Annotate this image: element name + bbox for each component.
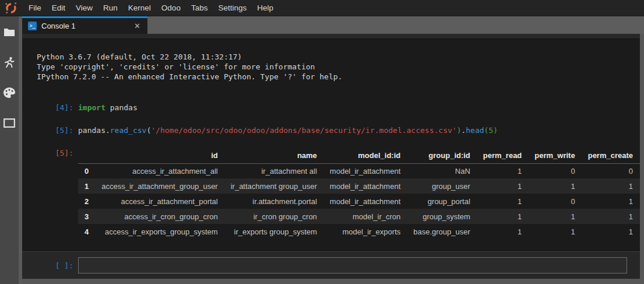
menu-tabs[interactable]: Tabs (186, 0, 213, 16)
cell: model_ir_attachment (323, 163, 407, 178)
cell: access_ir_cron_group_cron (95, 209, 224, 224)
tab-label: Console 1 (41, 22, 133, 30)
in-prompt-4: [4]: (22, 103, 73, 113)
menu-odoo[interactable]: Odoo (156, 0, 186, 16)
cell: ir_cron group_cron (224, 209, 323, 224)
code-cell-5: [5]: pandas.read_csv('/home/odoo/src/odo… (22, 125, 640, 135)
cell: model_ir_cron (323, 209, 407, 224)
cell: base.group_user (407, 224, 477, 239)
cell: access_ir_attachment_portal (95, 194, 224, 209)
cell: group_portal (407, 194, 477, 209)
code-cell-4: [4]: import pandas (22, 103, 640, 113)
cell: 1 (477, 194, 528, 209)
cell: group_user (407, 178, 477, 194)
col-header: perm_create (582, 148, 639, 163)
cell: NaN (407, 163, 477, 178)
console-panel: Python 3.6.7 (default, Oct 22 2018, 11:3… (22, 34, 640, 284)
row-index: 0 (78, 163, 95, 178)
in-prompt-5: [5]: (22, 125, 73, 135)
cell: model_ir_attachment (323, 178, 407, 194)
col-header: id (95, 148, 224, 163)
col-header: perm_write (528, 148, 581, 163)
console-input-area: [ ]: (22, 251, 640, 279)
cell: 1 (528, 178, 581, 194)
cell: ir_exports group_system (224, 224, 323, 239)
cell: model_ir_exports (323, 224, 407, 239)
col-header: model_id:id (323, 148, 407, 163)
right-scrollbar-track (640, 34, 644, 284)
open-tabs-icon[interactable] (3, 117, 16, 129)
cell: access_ir_exports_group_system (95, 224, 224, 239)
cell: 1 (477, 209, 528, 224)
table-row: 4 access_ir_exports_group_system ir_expo… (78, 224, 640, 239)
cell: access_ir_attachment_group_user (95, 178, 224, 194)
table-row: 3 access_ir_cron_group_cron ir_cron grou… (78, 209, 640, 224)
console-history: Python 3.6.7 (default, Oct 22 2018, 11:3… (22, 39, 640, 251)
cell: 1 (582, 209, 639, 224)
kernel-banner: Python 3.6.7 (default, Oct 22 2018, 11:3… (37, 52, 640, 82)
menu-file[interactable]: File (23, 0, 47, 16)
menu-help[interactable]: Help (252, 0, 279, 16)
app-frame: >_ Console 1 ✕ Python 3.6.7 (default, Oc… (0, 16, 644, 284)
cell: 0 (528, 163, 581, 178)
tab-bar: >_ Console 1 ✕ (22, 16, 644, 34)
cell: access_ir_attachment_all (95, 163, 224, 178)
row-index: 4 (78, 224, 95, 239)
empty-in-prompt: [ ]: (22, 261, 73, 270)
left-sidebar (0, 16, 19, 284)
menu-view[interactable]: View (71, 0, 98, 16)
table-row: 2 access_ir_attachment_portal ir.attachm… (78, 194, 640, 209)
menu-settings[interactable]: Settings (213, 0, 252, 16)
row-index: 3 (78, 209, 95, 224)
cell: 1 (582, 178, 639, 194)
console-toolbar (22, 34, 640, 39)
main-area: >_ Console 1 ✕ Python 3.6.7 (default, Oc… (22, 16, 644, 284)
output-cell-5: [5]: id name model_id:id group_id:id per… (22, 148, 640, 239)
col-header: name (224, 148, 323, 163)
cell: 1 (528, 209, 581, 224)
menu-edit[interactable]: Edit (47, 0, 71, 16)
cell: 0 (582, 163, 639, 178)
table-row: 1 access_ir_attachment_group_user ir_att… (78, 178, 640, 194)
out-prompt-5: [5]: (22, 148, 73, 239)
cell: ir_attachment group_user (224, 178, 323, 194)
code-line: pandas.read_csv('/home/odoo/src/odoo/odo… (78, 125, 498, 135)
row-index: 1 (78, 178, 95, 194)
cell: 1 (528, 224, 581, 239)
running-sessions-icon[interactable] (3, 56, 16, 69)
table-header-row: id name model_id:id group_id:id perm_rea… (78, 148, 640, 163)
bottom-scrollbar-track (22, 279, 640, 284)
cell: ir.attachment.portal (224, 194, 323, 209)
cell: 1 (582, 224, 639, 239)
index-header (78, 148, 95, 163)
menu-run[interactable]: Run (98, 0, 123, 16)
console-code-input[interactable] (78, 257, 627, 274)
table-row: 0 access_ir_attachment_all ir_attachment… (78, 163, 640, 178)
code-line: import pandas (78, 103, 138, 113)
menu-bar: File Edit View Run Kernel Odoo Tabs Sett… (0, 0, 644, 16)
cell: model_ir_attachment (323, 194, 407, 209)
file-browser-icon[interactable] (3, 26, 16, 38)
cell: ir_attachment all (224, 163, 323, 178)
tab-console-1[interactable]: >_ Console 1 ✕ (22, 16, 147, 34)
console-terminal-icon: >_ (28, 22, 37, 30)
col-header: perm_read (477, 148, 528, 163)
panel-body: Python 3.6.7 (default, Oct 22 2018, 11:3… (22, 34, 644, 284)
jupyter-spinner-logo-icon (5, 2, 17, 15)
row-index: 2 (78, 194, 95, 209)
cell: 1 (477, 163, 528, 178)
menu-kernel[interactable]: Kernel (123, 0, 156, 16)
cell: 1 (477, 224, 528, 239)
dataframe-table: id name model_id:id group_id:id perm_rea… (78, 148, 640, 239)
cell: group_system (407, 209, 477, 224)
col-header: group_id:id (407, 148, 477, 163)
cell: 0 (528, 194, 581, 209)
cell: 1 (477, 178, 528, 194)
cell: 1 (582, 194, 639, 209)
tab-close-icon[interactable]: ✕ (133, 22, 142, 30)
command-palette-icon[interactable] (3, 86, 16, 99)
